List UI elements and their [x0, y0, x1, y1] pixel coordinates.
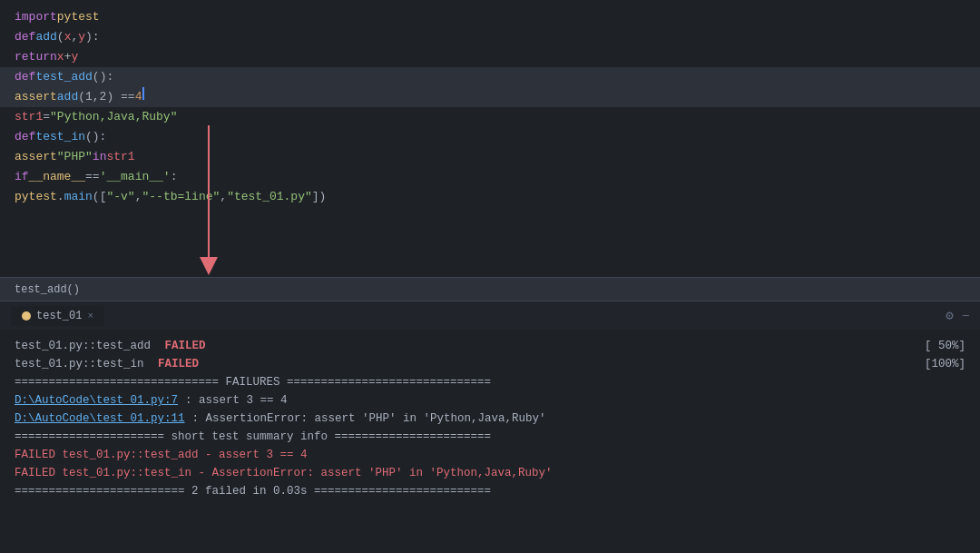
code-token: (1,2) == — [78, 87, 134, 107]
terminal-line: ========================= 2 failed in 0.… — [15, 482, 965, 500]
terminal-token: ====================== short test summar… — [15, 428, 491, 446]
terminal-line: ====================== short test summar… — [15, 428, 965, 446]
code-token: = — [43, 107, 50, 127]
code-token: assert — [15, 147, 57, 167]
code-line: def test_in(): — [0, 127, 980, 147]
terminal-line: D:\AutoCode\test_01.py:11: AssertionErro… — [15, 410, 965, 428]
code-token: "PHP" — [57, 147, 93, 167]
function-name: test_add() — [15, 283, 80, 296]
terminal-tabs-bar: test_01 × ⚙ — — [0, 301, 980, 330]
terminal-line: FAILED test_01.py::test_add - assert 3 =… — [15, 446, 965, 464]
code-token: ( — [57, 27, 64, 47]
terminal-line: ============================== FAILURES … — [15, 373, 965, 391]
terminal-line: FAILED test_01.py::test_in - AssertionEr… — [15, 464, 965, 482]
terminal-token: : AssertionError: assert 'PHP' in 'Pytho… — [192, 410, 546, 428]
terminal-line: test_01.py::test_add FAILED[ 50%] — [15, 337, 965, 355]
code-token: (): — [93, 67, 113, 87]
code-token: == — [85, 167, 100, 187]
code-token: y — [71, 47, 78, 67]
svg-marker-1 — [200, 257, 218, 275]
code-token: x — [57, 47, 64, 67]
text-cursor — [142, 87, 144, 100]
code-token: add — [57, 87, 78, 107]
code-token: ): — [85, 27, 100, 47]
tab-dot-icon — [22, 311, 31, 321]
code-token: def — [15, 127, 35, 147]
code-token: main — [64, 187, 93, 207]
code-token: def — [15, 67, 35, 87]
code-line: def test_add(): — [0, 67, 980, 87]
code-line: assert add(1,2) == 4 — [0, 87, 980, 107]
code-token: '__main__' — [100, 167, 171, 187]
code-token: 4 — [135, 87, 142, 107]
code-line: str1 = "Python,Java,Ruby" — [0, 107, 980, 127]
status-bar: test_add() — [0, 277, 980, 301]
code-line: return x + y — [0, 47, 980, 67]
tab-close-button[interactable]: × — [87, 311, 93, 321]
terminal-arrow-icon: — — [963, 310, 969, 322]
code-token: , — [135, 187, 142, 207]
gear-icon[interactable]: ⚙ — [946, 308, 953, 323]
terminal-token: ============================== FAILURES … — [15, 373, 491, 391]
code-token: ]) — [312, 187, 327, 207]
code-token: : — [171, 167, 178, 187]
code-token: "test_01.py" — [227, 187, 312, 207]
terminal-token: test_01.py::test_add — [15, 337, 158, 355]
terminal-token: test_01.py::test_in — [15, 355, 151, 373]
terminal-token: ========================= 2 failed in 0.… — [15, 482, 491, 500]
code-token: pytest — [15, 187, 57, 207]
code-token: "-v" — [106, 187, 134, 207]
code-token: "Python,Java,Ruby" — [50, 107, 177, 127]
code-token: (): — [85, 127, 106, 147]
code-token: str1 — [106, 147, 134, 167]
code-token: . — [57, 187, 64, 207]
terminal-token: FAILED — [165, 337, 206, 355]
tab-label: test_01 — [36, 310, 82, 322]
code-line: import pytest — [0, 7, 980, 27]
code-line: if __name__ == '__main__': — [0, 167, 980, 187]
code-token: test_add — [35, 67, 92, 87]
code-token: test_in — [35, 127, 85, 147]
code-token: , — [71, 27, 78, 47]
code-token: assert — [15, 87, 57, 107]
terminal-token: : assert 3 == 4 — [185, 391, 288, 410]
tab-right-controls: ⚙ — — [946, 308, 969, 323]
terminal-token[interactable]: D:\AutoCode\test_01.py:11 — [15, 410, 185, 428]
code-token: y — [78, 27, 85, 47]
code-token: add — [35, 27, 56, 47]
terminal-line: test_01.py::test_in FAILED[100%] — [15, 355, 965, 373]
code-token: str1 — [15, 107, 43, 127]
code-token: import — [15, 7, 57, 27]
terminal-output: test_01.py::test_add FAILED[ 50%]test_01… — [0, 330, 980, 553]
code-token: x — [64, 27, 72, 47]
code-token: __name__ — [29, 167, 85, 187]
app-container: import pytestdef add(x,y): return x + yd… — [0, 0, 980, 553]
terminal-token: [ 50%] — [925, 337, 965, 355]
terminal-token: FAILED test_01.py::test_in - AssertionEr… — [15, 464, 553, 482]
red-arrow — [195, 125, 222, 277]
code-token: + — [64, 47, 72, 67]
code-token: pytest — [57, 7, 100, 27]
code-token: def — [15, 27, 35, 47]
terminal-token: FAILED — [158, 355, 199, 373]
terminal-token: [100%] — [925, 355, 965, 373]
code-line: assert "PHP" in str1 — [0, 147, 980, 167]
terminal-line: D:\AutoCode\test_01.py:7: assert 3 == 4 — [15, 391, 965, 410]
editor-area: import pytestdef add(x,y): return x + yd… — [0, 0, 980, 277]
spacer — [206, 355, 917, 373]
code-line: def add(x,y): — [0, 27, 980, 47]
terminal-token[interactable]: D:\AutoCode\test_01.py:7 — [15, 391, 178, 410]
spacer — [213, 337, 917, 355]
terminal-tab[interactable]: test_01 × — [11, 306, 104, 326]
code-token: return — [15, 47, 57, 67]
code-token: if — [15, 167, 29, 187]
code-token: ([ — [93, 187, 107, 207]
terminal-token: FAILED test_01.py::test_add - assert 3 =… — [15, 446, 308, 464]
code-token: in — [93, 147, 107, 167]
code-line: pytest.main(["-v","--tb=line","test_01.p… — [0, 187, 980, 207]
